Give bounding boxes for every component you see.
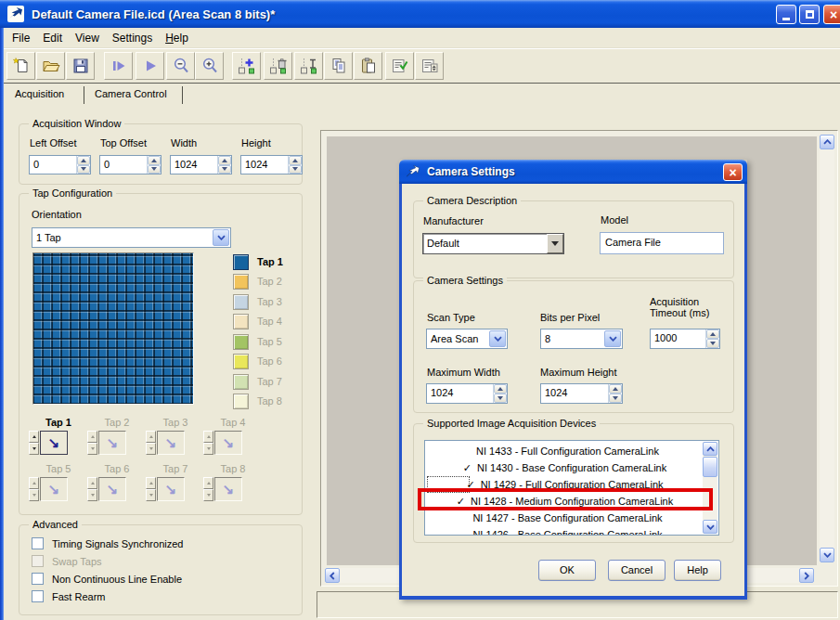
scroll-up-button[interactable]: [703, 442, 717, 456]
spin-down[interactable]: [706, 339, 719, 348]
save-file-button[interactable]: [66, 52, 95, 80]
chevron-left-icon: [330, 572, 335, 580]
tap7-direction-label: Tap 7: [147, 463, 204, 474]
bits-per-pixel-dropdown[interactable]: 8: [540, 329, 623, 349]
list-item[interactable]: NI 1426 - Base Configuration CameraLink: [426, 526, 704, 536]
zoom-out-button[interactable]: [166, 52, 195, 80]
menu-edit[interactable]: Edit: [43, 32, 62, 45]
help-button[interactable]: Help: [674, 560, 721, 581]
spin-up[interactable]: [289, 156, 302, 165]
list-item[interactable]: ✓NI 1430 - Base Configuration CameraLink: [426, 459, 704, 476]
scan-type-dropdown[interactable]: Area Scan: [426, 329, 508, 349]
save-icon: [71, 57, 90, 75]
new-file-button[interactable]: [6, 52, 35, 80]
maximize-button[interactable]: [799, 5, 820, 24]
copy-button[interactable]: [324, 52, 353, 80]
scrollbar-thumb[interactable]: [703, 457, 717, 477]
minimize-icon: [782, 18, 790, 20]
delete-item-button[interactable]: [264, 52, 292, 80]
maximum-width-spinner[interactable]: 1024: [426, 383, 508, 404]
vertical-scrollbar[interactable]: [820, 135, 834, 562]
dropdown-arrow-icon[interactable]: [547, 234, 563, 253]
tap7-direction-arrow-icon: ↘: [157, 477, 185, 501]
tap5-direction-arrow-icon: ↘: [40, 477, 68, 501]
tap1-direction-control[interactable]: ↘: [29, 431, 68, 455]
checkbox-icon[interactable]: [32, 573, 44, 585]
spin-down[interactable]: [609, 394, 622, 403]
timeout-spinner[interactable]: 1000: [650, 329, 720, 349]
menu-file[interactable]: File: [12, 32, 30, 45]
cancel-button[interactable]: Cancel: [608, 560, 666, 581]
snap-button[interactable]: [104, 52, 133, 80]
validate-list-button[interactable]: [385, 52, 414, 80]
camera-settings-dialog: Camera Settings × Camera Description Man…: [399, 160, 747, 600]
close-button[interactable]: ×: [823, 5, 840, 24]
checkbox-icon[interactable]: [32, 590, 44, 602]
menu-help[interactable]: Help: [165, 32, 188, 45]
spin-down[interactable]: [289, 165, 302, 174]
ni-eagle-icon: [6, 5, 25, 23]
tap5-color-swatch: [233, 334, 249, 350]
height-spinner[interactable]: 1024: [240, 155, 303, 174]
tap2-direction-control: ↘: [87, 431, 126, 455]
spin-up[interactable]: [494, 384, 507, 394]
chevron-down-icon[interactable]: [489, 330, 506, 347]
maximum-height-spinner[interactable]: 1024: [540, 383, 623, 404]
open-file-button[interactable]: [36, 52, 65, 80]
manufacturer-dropdown[interactable]: Default: [422, 233, 564, 254]
left-offset-spinner[interactable]: 0: [29, 155, 91, 174]
paste-icon: [359, 57, 378, 75]
menu-view[interactable]: View: [75, 32, 99, 45]
spin-down[interactable]: [148, 165, 161, 174]
scroll-up-button[interactable]: [820, 135, 834, 149]
spin-up[interactable]: [609, 384, 622, 394]
checkbox-non-continuous[interactable]: Non Continuous Line Enable: [32, 573, 182, 585]
top-offset-spinner[interactable]: 0: [99, 155, 162, 174]
checkbox-fast-rearm[interactable]: Fast Rearm: [32, 590, 105, 602]
spin-up[interactable]: [148, 156, 161, 165]
tab-camera-control[interactable]: Camera Control: [95, 88, 167, 99]
spin-down[interactable]: [77, 165, 90, 174]
paste-button[interactable]: [354, 52, 382, 80]
spin-up[interactable]: [218, 156, 231, 165]
group-title: Camera Settings: [423, 275, 507, 286]
tap1-direction-arrow-icon[interactable]: ↘: [40, 431, 68, 455]
orientation-dropdown[interactable]: 1 Tap: [32, 227, 231, 248]
checkbox-icon[interactable]: [32, 537, 44, 549]
scroll-left-button[interactable]: [325, 568, 340, 583]
spin-up[interactable]: [706, 329, 719, 339]
legend-tap3: Tap 3: [233, 293, 282, 310]
menu-settings[interactable]: Settings: [112, 32, 152, 45]
chevron-down-icon[interactable]: [604, 330, 621, 347]
dialog-close-button[interactable]: ×: [723, 163, 743, 181]
edit-item-button[interactable]: [294, 52, 323, 80]
scroll-right-button[interactable]: [799, 568, 814, 583]
tap7-color-swatch: [233, 374, 249, 390]
model-field[interactable]: Camera File: [600, 232, 724, 254]
scroll-down-button[interactable]: [703, 520, 717, 534]
checkbox-timing-signals[interactable]: Timing Signals Synchronized: [32, 537, 183, 549]
minimize-button[interactable]: [776, 5, 796, 24]
title-bar: Default Camera File.icd (Area Scan 8 bit…: [0, 0, 840, 28]
add-item-icon: [238, 57, 256, 75]
list-item[interactable]: NI 1427 - Base Configuration CameraLink: [426, 510, 704, 526]
list-item[interactable]: NI 1433 - Full Configuration CameraLink: [426, 443, 704, 459]
add-item-button[interactable]: [232, 52, 261, 80]
list-settings-button[interactable]: [415, 52, 444, 80]
tap8-direction-control: ↘: [203, 477, 242, 501]
ok-button[interactable]: OK: [538, 560, 596, 581]
scroll-down-button[interactable]: [820, 548, 834, 562]
zoom-in-button[interactable]: [195, 52, 224, 80]
spin-down[interactable]: [218, 165, 231, 174]
width-spinner[interactable]: 1024: [170, 155, 232, 174]
tap2-direction-label: Tap 2: [88, 417, 146, 428]
tap8-direction-label: Tap 8: [204, 463, 262, 474]
camera-settings-group: Camera Settings Acquisition Timeout (ms)…: [413, 280, 734, 413]
spin-up[interactable]: [77, 156, 90, 165]
tab-acquisition[interactable]: Acquisition: [15, 88, 64, 99]
play-button[interactable]: [136, 52, 164, 80]
chevron-down-icon: [823, 552, 832, 558]
width-label: Width: [171, 137, 197, 149]
chevron-down-icon[interactable]: [213, 229, 229, 246]
spin-down[interactable]: [494, 394, 507, 403]
